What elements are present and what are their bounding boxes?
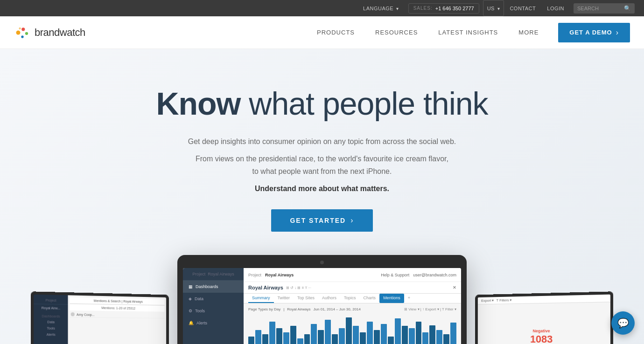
bar-3 [262,334,268,344]
bar-25 [416,322,422,344]
bar-30 [450,323,456,344]
sales-info: SALES: +1 646 350 2777 [408,3,479,14]
alerts-icon: 🔔 [189,321,194,325]
bar-4 [269,322,275,344]
language-chevron [395,6,399,11]
get-demo-label: GET A DEMO [569,29,612,36]
tab-topsites: Top Sites [294,294,318,303]
get-started-button[interactable]: GET STARTED [271,209,372,232]
bar-1 [248,337,254,344]
login-label: LOGIN [547,6,564,11]
bar-26 [422,332,428,344]
search-input[interactable] [577,6,624,11]
project-label: Project [192,272,205,276]
sidebar-alerts: 🔔 Alerts [183,317,244,329]
bar-28 [436,330,442,344]
get-started-chevron [350,216,354,225]
hero-emphasis: Understand more about what matters. [9,185,635,193]
tab-authors: Authors [318,294,340,303]
hero-headline-light: what people think [240,86,488,121]
logo-icon [14,24,31,41]
mockup-topbar: Project Royal Airways Help & Support use… [244,268,461,282]
left-laptop-screen: Project Royal Airw... Dashboards Data To… [34,295,166,344]
get-demo-button[interactable]: GET A DEMO [558,23,630,42]
logo-text: brandwatch [35,27,85,39]
nav-more[interactable]: MORE [508,16,549,49]
svg-point-4 [19,27,21,29]
svg-point-3 [21,35,23,38]
tools-icon: ⚙ [189,309,192,313]
region-selector[interactable]: US [483,0,504,16]
mockup-tabs: Summary Twitter Top Sites Authors Topics… [244,294,461,303]
bar-16 [353,326,359,344]
chart-date: Jun 01, 2014 – Jun 30, 2014 [314,307,361,311]
hero-subtext-2: From views on the presidential race, to … [177,152,467,178]
tab-charts: Charts [360,294,380,303]
bar-12 [325,320,331,344]
chart-area: Page Types by Day | Royal Airways Jun 01… [244,303,461,344]
svg-point-2 [25,32,28,34]
svg-point-1 [21,28,25,31]
hero-subtext-1: Get deep insights into consumer opinion … [177,135,467,148]
svg-point-0 [16,30,21,34]
bar-14 [339,328,345,344]
dashboard-icon: ▦ [189,284,193,289]
bar-6 [283,332,289,344]
bar-13 [332,334,338,344]
contact-link[interactable]: CONTACT [504,0,541,16]
dashboard-title: Royal Airways [248,285,283,290]
hero-headline: Know what people think [9,86,635,121]
login-link[interactable]: LOGIN [541,0,570,16]
sidebar-data: ◈ Data [183,293,244,305]
chart-title: Page Types by Day [248,307,280,311]
language-selector[interactable]: LANGUAGE [357,0,405,16]
bar-10 [311,324,317,344]
nav-resources[interactable]: RESOURCES [365,16,428,49]
bar-2 [255,330,261,344]
chat-icon: 💬 [617,317,629,329]
nav-insights[interactable]: LATEST INSIGHTS [428,16,508,49]
topbar-user: user@brandwatch.com [413,273,456,277]
nav-products[interactable]: PRODUCTS [307,16,365,49]
region-chevron [497,6,500,11]
hero-headline-bold: Know [156,86,240,121]
region-label: US [487,6,495,11]
bar-18 [367,322,373,344]
tab-mentions: Mentions [379,294,404,303]
bar-27 [429,325,435,344]
topbar-project-name: Royal Airways [265,273,294,277]
bar-20 [381,324,387,344]
chart-controls: ⊞ View ▾ | ↑ Export ▾ | T Filter ▾ [404,307,456,311]
bar-21 [388,337,394,344]
topbar-help: Help & Support [381,273,409,277]
bar-5 [276,328,282,344]
sidebar-tools: ⚙ Tools [183,305,244,317]
tab-twitter: Twitter [274,294,294,303]
sidebar-dashboards: ▦ Dashboards [183,281,244,293]
chat-bubble[interactable]: 💬 [611,311,635,335]
chart-project: Royal Airways [287,307,310,311]
center-tablet: Project Royal Airways ▦ Dashboards ◈ Dat… [177,255,467,344]
tab-summary: Summary [248,294,274,303]
mockup-inner: Project Royal Airways ▦ Dashboards ◈ Dat… [183,268,461,344]
right-laptop-screen: Export ▾ T Filters ▾ Negative 1083 [478,295,610,344]
topbar-project: Project [248,273,261,277]
mockup-main: Project Royal Airways Help & Support use… [244,268,461,344]
left-laptop: Project Royal Airw... Dashboards Data To… [31,292,169,344]
right-negative-value: 1083 [530,333,553,344]
search-icon: 🔍 [624,5,631,12]
data-icon: ◈ [189,296,192,301]
bar-23 [402,326,408,344]
bar-24 [409,328,415,344]
mockup-title-bar: Royal Airways ⊞ ↺ ↓ ⊞ ≡ T ··· ✕ [244,282,461,294]
language-label: LANGUAGE [363,6,393,11]
bar-9 [304,334,310,344]
search-box[interactable]: 🔍 [574,3,635,14]
logo-link[interactable]: brandwatch [14,24,85,41]
project-name: Royal Airways [208,272,234,276]
chart-bars [248,313,456,344]
tablet-frame: Project Royal Airways ▦ Dashboards ◈ Dat… [177,255,467,344]
get-started-label: GET STARTED [290,217,346,224]
bar-19 [374,330,380,344]
bar-29 [443,334,449,344]
